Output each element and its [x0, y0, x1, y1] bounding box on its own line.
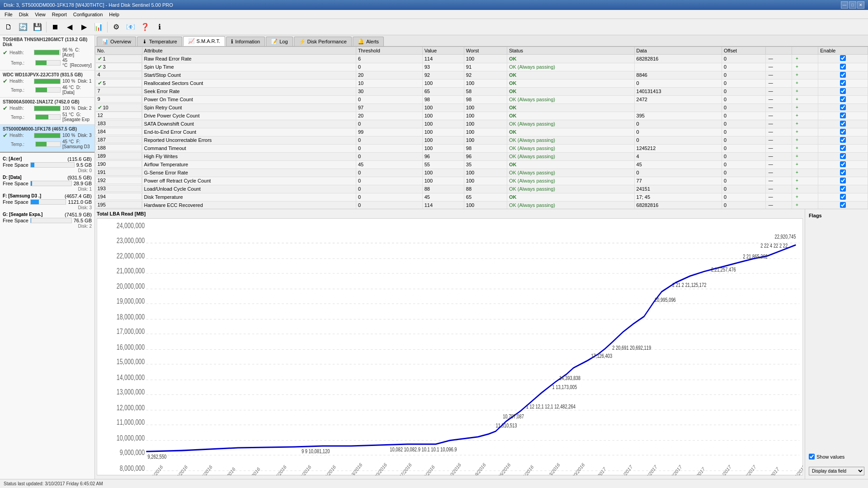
toolbar-back[interactable]: ◀	[63, 21, 76, 33]
disk-item-toshiba[interactable]: TOSHIBA THNSNH128GMCT (119.2 GB) Disk ✔ …	[0, 35, 94, 70]
toolbar-new[interactable]: 🗋	[2, 21, 15, 33]
cell-plus[interactable]: +	[792, 112, 818, 120]
cell-minus[interactable]: —	[765, 87, 792, 95]
cell-enable[interactable]	[818, 185, 868, 193]
cell-minus[interactable]: —	[765, 160, 792, 169]
cell-plus[interactable]: +	[792, 201, 818, 209]
toolbar-settings[interactable]: ⚙	[109, 21, 123, 33]
table-row[interactable]: ✔1 Raw Read Error Rate 6 114 100 OK 6828…	[95, 55, 868, 63]
cell-enable[interactable]	[818, 63, 868, 71]
cell-enable[interactable]	[818, 152, 868, 160]
table-row[interactable]: 195 Hardware ECC Recovered 0 114 100 OK …	[95, 201, 868, 209]
close-button[interactable]: ✕	[857, 1, 864, 9]
smart-table-container[interactable]: No. Attribute Threshold Value Worst Stat…	[95, 47, 868, 209]
table-row[interactable]: 189 High Fly Writes 0 96 96 OK (Always p…	[95, 152, 868, 160]
cell-minus[interactable]: —	[765, 71, 792, 79]
table-row[interactable]: 188 Command Timeout 0 100 98 OK (Always …	[95, 144, 868, 152]
cell-plus[interactable]: +	[792, 71, 818, 79]
table-row[interactable]: 190 Airflow Temperature 45 55 35 OK 45 0…	[95, 160, 868, 169]
toolbar-forward[interactable]: ▶	[77, 21, 91, 33]
disk-item-st5000[interactable]: ST5000DM000-1FK178 (4657.5 GB) ✔ Health:…	[0, 125, 94, 152]
cell-minus[interactable]: —	[765, 120, 792, 128]
cell-plus[interactable]: +	[792, 63, 818, 71]
cell-minus[interactable]: —	[765, 169, 792, 177]
cell-enable[interactable]	[818, 95, 868, 103]
cell-enable[interactable]	[818, 79, 868, 87]
cell-enable[interactable]	[818, 160, 868, 169]
cell-enable[interactable]	[818, 144, 868, 152]
disk-item-wdc[interactable]: WDC WD10JPVX-22JC3T0 (931.5 GB) ✔ Health…	[0, 70, 94, 98]
toolbar-info[interactable]: ℹ	[153, 21, 166, 33]
cell-minus[interactable]: —	[765, 112, 792, 120]
tab-disk-performance[interactable]: ⚡ Disk Performance	[294, 37, 352, 46]
cell-enable[interactable]	[818, 71, 868, 79]
cell-enable[interactable]	[818, 87, 868, 95]
table-row[interactable]: 193 Load/Unload Cycle Count 0 88 88 OK (…	[95, 185, 868, 193]
cell-plus[interactable]: +	[792, 193, 818, 201]
cell-minus[interactable]: —	[765, 128, 792, 136]
table-row[interactable]: 4 Start/Stop Count 20 92 92 OK 8846 0 — …	[95, 71, 868, 79]
table-row[interactable]: 187 Reported Uncorrectable Errors 0 100 …	[95, 136, 868, 144]
cell-enable[interactable]	[818, 193, 868, 201]
maximize-button[interactable]: □	[849, 1, 856, 9]
menu-help[interactable]: Help	[106, 11, 122, 18]
table-row[interactable]: ✔5 Reallocated Sectors Count 10 100 100 …	[95, 79, 868, 87]
cell-enable[interactable]	[818, 103, 868, 112]
disk-item-st8000[interactable]: ST8000AS0002-1NA17Z (7452.0 GB) ✔ Health…	[0, 98, 94, 125]
menu-disk[interactable]: Disk	[16, 11, 31, 18]
cell-minus[interactable]: —	[765, 136, 792, 144]
cell-minus[interactable]: —	[765, 144, 792, 152]
tab-overview[interactable]: 📊 Overview	[97, 37, 136, 46]
cell-minus[interactable]: —	[765, 152, 792, 160]
toolbar-question[interactable]: ❓	[138, 21, 152, 33]
cell-minus[interactable]: —	[765, 63, 792, 71]
toolbar-email[interactable]: 📧	[124, 21, 137, 33]
table-row[interactable]: 9 Power On Time Count 0 98 98 OK (Always…	[95, 95, 868, 103]
tab-smart[interactable]: 📈 S.M.A.R.T.	[183, 36, 226, 46]
cell-plus[interactable]: +	[792, 128, 818, 136]
cell-minus[interactable]: —	[765, 103, 792, 112]
tab-alerts[interactable]: 🔔 Alerts	[353, 37, 384, 46]
cell-plus[interactable]: +	[792, 79, 818, 87]
cell-minus[interactable]: —	[765, 79, 792, 87]
cell-enable[interactable]	[818, 120, 868, 128]
cell-minus[interactable]: —	[765, 55, 792, 63]
toolbar-save[interactable]: 💾	[31, 21, 44, 33]
menu-file[interactable]: File	[2, 11, 15, 18]
cell-minus[interactable]: —	[765, 177, 792, 185]
cell-minus[interactable]: —	[765, 201, 792, 209]
cell-minus[interactable]: —	[765, 193, 792, 201]
table-row[interactable]: 183 SATA Downshift Count 0 100 100 OK (A…	[95, 120, 868, 128]
menu-report[interactable]: Report	[49, 11, 70, 18]
toolbar-chart[interactable]: 📊	[92, 21, 105, 33]
cell-plus[interactable]: +	[792, 136, 818, 144]
display-data-dropdown[interactable]: Display data field	[809, 467, 864, 475]
cell-minus[interactable]: —	[765, 185, 792, 193]
table-row[interactable]: 191 G-Sense Error Rate 0 100 100 OK (Alw…	[95, 169, 868, 177]
toolbar-refresh[interactable]: 🔄	[16, 21, 30, 33]
cell-enable[interactable]	[818, 177, 868, 185]
table-row[interactable]: 192 Power off Retract Cycle Count 0 100 …	[95, 177, 868, 185]
cell-minus[interactable]: —	[765, 95, 792, 103]
cell-plus[interactable]: +	[792, 103, 818, 112]
cell-enable[interactable]	[818, 201, 868, 209]
tab-temperature[interactable]: 🌡 Temperature	[137, 37, 182, 46]
table-row[interactable]: 7 Seek Error Rate 30 65 58 OK 140131413 …	[95, 87, 868, 95]
table-row[interactable]: ✔10 Spin Retry Count 97 100 100 OK 0 — +	[95, 103, 868, 112]
cell-plus[interactable]: +	[792, 185, 818, 193]
show-values-checkbox[interactable]	[809, 454, 815, 460]
cell-plus[interactable]: +	[792, 55, 818, 63]
cell-plus[interactable]: +	[792, 120, 818, 128]
minimize-button[interactable]: —	[841, 1, 848, 9]
cell-plus[interactable]: +	[792, 87, 818, 95]
table-row[interactable]: 184 End-to-End Error Count 99 100 100 OK…	[95, 128, 868, 136]
cell-enable[interactable]	[818, 55, 868, 63]
cell-enable[interactable]	[818, 112, 868, 120]
menu-view[interactable]: View	[32, 11, 48, 18]
tab-log[interactable]: 📝 Log	[266, 37, 292, 46]
cell-plus[interactable]: +	[792, 152, 818, 160]
cell-enable[interactable]	[818, 136, 868, 144]
tab-information[interactable]: ℹ Information	[226, 37, 265, 46]
menu-configuration[interactable]: Configuration	[71, 11, 105, 18]
table-row[interactable]: 194 Disk Temperature 0 45 65 OK 17; 45 0…	[95, 193, 868, 201]
